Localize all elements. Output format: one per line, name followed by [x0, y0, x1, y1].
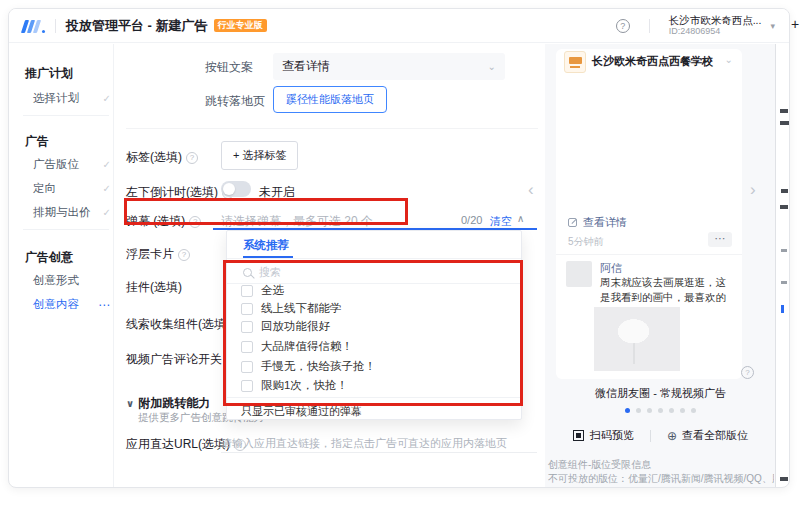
float-card-label: 浮层卡片 ?	[126, 246, 190, 263]
panel-divider	[227, 258, 521, 259]
countdown-label: 左下倒计时(选填) ?	[126, 184, 234, 201]
preview-cta: 查看详情	[568, 215, 627, 230]
danmu-dropdown-panel: 系统推荐 搜索 全选 线上线下都能学 回放功能很好 大品牌值得信赖！ 手慢无，快…	[226, 230, 522, 420]
pagination-dot[interactable]	[669, 408, 674, 413]
platform-logo-icon	[23, 19, 45, 33]
restricted-info-text: 不可投放的版位：优量汇/腾讯新闻/腾讯视频/QQ、腾讯音乐及游戏/微信	[548, 472, 774, 486]
sidebar-item-schedule-bid[interactable]: 排期与出价 ✓	[33, 205, 111, 220]
help-icon: ?	[189, 216, 201, 228]
check-icon: ✓	[103, 93, 111, 104]
sidebar-section-divider	[23, 229, 109, 230]
search-icon	[243, 268, 252, 277]
placement-caption: 微信朋友圈 - 常规视频广告	[545, 386, 776, 401]
help-icon[interactable]: ?	[616, 19, 630, 33]
select-tag-button[interactable]: + 选择标签	[221, 141, 298, 170]
scan-preview-button[interactable]: 扫码预览	[573, 428, 634, 443]
panel-divider	[227, 397, 521, 398]
clipped-content-fragment	[781, 305, 784, 313]
pagination-dot[interactable]	[680, 408, 685, 413]
pagination-dot[interactable]	[691, 408, 696, 413]
sidebar-section-divider	[23, 115, 109, 116]
preview-more-button[interactable]: ⋯	[708, 232, 732, 247]
check-icon: ✓	[103, 159, 111, 170]
chevron-down-icon: ⌄	[725, 54, 733, 65]
checkbox[interactable]	[241, 341, 253, 353]
help-icon: ?	[178, 249, 190, 261]
action-divider	[650, 430, 651, 442]
sidebar-item-creative-form[interactable]: 创意形式	[33, 273, 111, 288]
clipped-content-fragment	[780, 477, 788, 481]
app-url-input[interactable]: 请输入应用直达链接，指定点击广告可直达的应用内落地页	[221, 436, 507, 451]
danmu-counter: 0/20	[461, 214, 482, 226]
qr-code-icon	[573, 430, 584, 441]
chevron-collapse-icon: ∨	[126, 398, 134, 409]
comment-image	[594, 307, 680, 371]
sidebar-item-placement[interactable]: 广告版位 ✓	[33, 157, 111, 172]
clipped-content-fragment	[780, 205, 788, 209]
sidebar-section-plan: 推广计划	[25, 65, 73, 82]
account-switcher[interactable]: 长沙市欧米奇西点... ID:24806954	[669, 14, 762, 36]
danmu-option[interactable]: 大品牌值得信赖！	[241, 339, 353, 354]
countdown-status: 未开启	[259, 184, 295, 201]
collapse-icon[interactable]: ∧	[517, 213, 524, 224]
preview-help-icon[interactable]: ?	[741, 366, 754, 379]
check-icon: ✓	[103, 207, 111, 218]
preview-prev-arrow[interactable]: ‹	[528, 181, 534, 198]
advertiser-logo	[564, 51, 586, 73]
help-icon: ?	[186, 152, 198, 164]
pagination-dot[interactable]	[625, 408, 630, 413]
pagination-dot[interactable]	[658, 408, 663, 413]
danmu-dropdown-footer-note: 只显示已审核通过的弹幕	[241, 404, 362, 419]
pagination-dot[interactable]	[647, 408, 652, 413]
app-header: 投放管理平台 - 新建广告 行业专业版 ? 长沙市欧米奇西点... ID:248…	[9, 9, 789, 43]
app-url-underline	[221, 452, 537, 453]
danmu-search-input[interactable]: 搜索	[243, 265, 503, 280]
landing-page-label: 跳转落地页	[205, 93, 265, 110]
commenter-avatar	[566, 261, 592, 287]
danmu-option-select-all[interactable]: 全选	[241, 283, 284, 298]
checkbox[interactable]	[241, 285, 253, 297]
extra-jump-collapse[interactable]: ∨ 附加跳转能力	[126, 395, 210, 412]
landing-page-button[interactable]: 蹊径性能版落地页	[273, 86, 387, 113]
clipped-content-fragment	[780, 109, 788, 113]
danmu-option[interactable]: 限购1次，快抢！	[241, 378, 348, 393]
sidebar-section-ad: 广告	[25, 133, 49, 150]
caret-down-icon[interactable]: ▾	[770, 21, 775, 31]
sidebar-item-targeting[interactable]: 定向 ✓	[33, 181, 111, 196]
danmu-option[interactable]: 手慢无，快给孩子抢！	[241, 359, 376, 374]
sidebar-item-select-plan[interactable]: 选择计划 ✓	[33, 91, 111, 106]
tab-system-recommend[interactable]: 系统推荐	[243, 238, 289, 253]
clipped-content-fragment	[781, 249, 787, 252]
sidebar-item-creative-content[interactable]: 创意内容 ⋯	[33, 297, 111, 312]
preview-actions: 扫码预览 ⊕ 查看全部版位	[545, 428, 776, 443]
comment-switch-label: 视频广告评论开关 ?	[126, 351, 238, 368]
pagination-dot[interactable]	[636, 408, 641, 413]
clipped-content-fragment	[781, 281, 787, 284]
checkbox[interactable]	[241, 380, 253, 392]
preview-next-arrow[interactable]: ›	[750, 181, 756, 198]
commenter-name: 阿信	[600, 261, 622, 276]
clipped-content-fragment	[781, 189, 788, 193]
edition-badge: 行业专业版	[214, 19, 267, 32]
checkbox[interactable]	[241, 321, 253, 333]
checkbox[interactable]	[241, 303, 253, 315]
preview-timestamp: 5分钟前	[568, 235, 604, 249]
section-divider	[126, 128, 538, 129]
danmu-clear-button[interactable]: 清空	[490, 214, 512, 229]
tag-label: 标签(选填) ?	[126, 149, 198, 166]
danmu-option[interactable]: 线上线下都能学	[241, 301, 342, 316]
view-all-placements-button[interactable]: ⊕ 查看全部版位	[667, 428, 748, 443]
clipped-plus-icon: +	[791, 16, 799, 32]
danmu-option[interactable]: 回放功能很好	[241, 319, 330, 334]
button-copy-select[interactable]: 查看详情 ⌄	[273, 53, 505, 80]
sidebar-divider	[113, 44, 114, 487]
button-copy-label: 按钮文案	[205, 59, 253, 76]
header-divider	[649, 19, 650, 33]
card-divider	[556, 254, 742, 255]
header-divider	[55, 19, 56, 33]
check-icon: ✓	[103, 183, 111, 194]
account-id: ID:24806954	[669, 26, 762, 36]
checkbox[interactable]	[241, 361, 253, 373]
more-icon: ⋯	[98, 298, 111, 312]
countdown-toggle[interactable]	[221, 181, 251, 197]
